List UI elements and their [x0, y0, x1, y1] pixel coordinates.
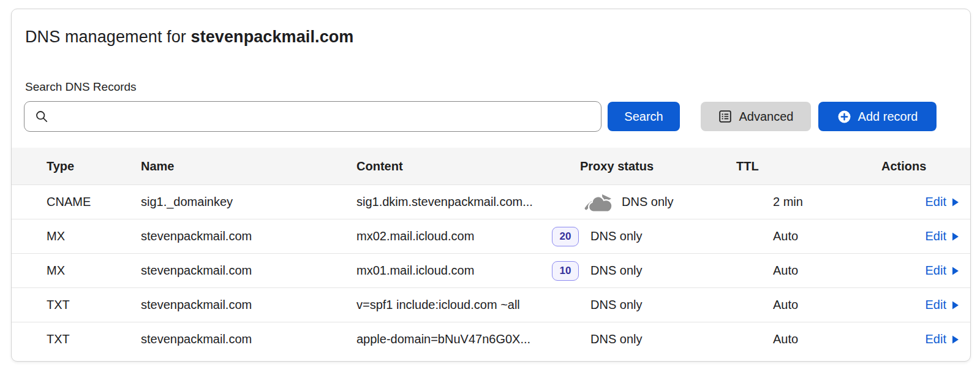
record-name: sig1._domainkey — [131, 195, 347, 209]
advanced-button[interactable]: Advanced — [701, 102, 811, 131]
edit-link[interactable]: Edit — [925, 264, 959, 278]
edit-link-label: Edit — [925, 195, 946, 209]
plus-circle-icon — [837, 110, 851, 124]
record-actions: Edit — [870, 229, 970, 243]
edit-link-label: Edit — [925, 332, 946, 346]
record-actions: Edit — [870, 264, 970, 278]
chevron-right-icon — [952, 266, 959, 276]
table-row: CNAME sig1._domainkey sig1.dkim.stevenpa… — [12, 184, 970, 219]
column-header-actions: Actions — [870, 159, 970, 173]
search-button[interactable]: Search — [608, 102, 680, 131]
record-proxy-status: DNS only — [570, 332, 726, 346]
edit-link[interactable]: Edit — [925, 229, 959, 243]
chevron-right-icon — [952, 300, 959, 310]
page-title-prefix: DNS management for — [25, 28, 191, 46]
search-label: Search DNS Records — [12, 80, 970, 94]
record-proxy-status: DNS only — [570, 264, 726, 278]
advanced-button-label: Advanced — [739, 110, 794, 124]
card-header: DNS management for stevenpackmail.com — [12, 9, 970, 47]
record-ttl: Auto — [726, 332, 870, 346]
record-content: mx02.mail.icloud.com 20 — [347, 227, 570, 246]
record-type: TXT — [12, 332, 131, 346]
record-name: stevenpackmail.com — [131, 264, 347, 278]
chevron-right-icon — [952, 335, 959, 344]
dns-only-cloud-icon — [584, 192, 614, 213]
record-ttl: Auto — [726, 229, 870, 243]
edit-link-label: Edit — [925, 264, 946, 278]
table-row: MX stevenpackmail.com mx02.mail.icloud.c… — [12, 219, 970, 253]
proxy-status-label: DNS only — [622, 195, 673, 209]
record-ttl: Auto — [726, 264, 870, 278]
column-header-proxy-status: Proxy status — [570, 159, 726, 173]
record-type: TXT — [12, 298, 131, 312]
record-type: MX — [12, 229, 131, 243]
chevron-right-icon — [952, 197, 959, 207]
toolbar: Search Advanced Add record — [12, 101, 970, 132]
table-row: TXT stevenpackmail.com v=spf1 include:ic… — [12, 287, 970, 322]
list-icon — [718, 110, 732, 123]
record-name: stevenpackmail.com — [131, 298, 347, 312]
dns-management-card: DNS management for stevenpackmail.com Se… — [11, 9, 971, 362]
column-header-ttl: TTL — [726, 159, 870, 173]
record-content-text: mx01.mail.icloud.com — [356, 264, 474, 278]
add-record-button-label: Add record — [858, 110, 918, 124]
record-proxy-status: DNS only — [570, 298, 726, 312]
search-box[interactable] — [24, 101, 601, 132]
dns-records-table: Type Name Content Proxy status TTL Actio… — [12, 148, 970, 356]
domain-name: stevenpackmail.com — [191, 28, 354, 46]
page-title: DNS management for stevenpackmail.com — [25, 27, 957, 47]
record-type: MX — [12, 264, 131, 278]
column-header-type: Type — [12, 159, 131, 173]
record-content-text: mx02.mail.icloud.com — [356, 229, 474, 243]
record-actions: Edit — [870, 298, 970, 312]
table-row: TXT stevenpackmail.com apple-domain=bNuV… — [12, 322, 970, 356]
search-input[interactable] — [56, 110, 592, 123]
add-record-button[interactable]: Add record — [818, 102, 937, 131]
record-content: apple-domain=bNuV47n6G0X... — [347, 332, 570, 346]
record-ttl: Auto — [726, 298, 870, 312]
edit-link[interactable]: Edit — [925, 298, 959, 312]
record-name: stevenpackmail.com — [131, 332, 347, 346]
record-content: v=spf1 include:icloud.com ~all — [347, 298, 570, 312]
edit-link[interactable]: Edit — [925, 195, 959, 209]
record-proxy-status: DNS only — [570, 192, 726, 213]
record-actions: Edit — [870, 332, 970, 346]
record-proxy-status: DNS only — [570, 229, 726, 243]
record-ttl: 2 min — [726, 195, 870, 209]
table-row: MX stevenpackmail.com mx01.mail.icloud.c… — [12, 253, 970, 287]
edit-link[interactable]: Edit — [925, 332, 959, 346]
record-type: CNAME — [12, 195, 131, 209]
column-header-name: Name — [131, 159, 347, 173]
record-content: sig1.dkim.stevenpackmail.com... — [347, 195, 570, 209]
search-icon — [35, 110, 48, 123]
record-name: stevenpackmail.com — [131, 229, 347, 243]
record-content: mx01.mail.icloud.com 10 — [347, 261, 570, 281]
table-header-row: Type Name Content Proxy status TTL Actio… — [12, 148, 970, 184]
edit-link-label: Edit — [925, 229, 946, 243]
edit-link-label: Edit — [925, 298, 946, 312]
column-header-content: Content — [347, 159, 570, 173]
chevron-right-icon — [952, 232, 959, 242]
record-actions: Edit — [870, 195, 970, 209]
